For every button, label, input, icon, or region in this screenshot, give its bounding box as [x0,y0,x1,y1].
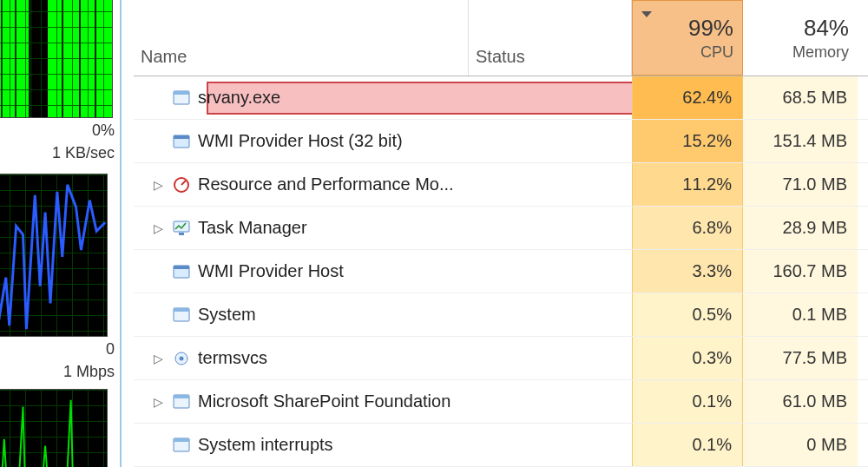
memory-cell: 68.5 MB [743,76,858,119]
status-header-label: Status [476,47,525,67]
process-row[interactable]: System interrupts0.1%0 MB [134,424,868,467]
cpu-total-value: 99% [688,15,733,42]
svg-rect-17 [174,438,189,442]
process-name-cell: ▷Microsoft SharePoint Foundation [134,391,632,411]
cpu-cell: 0.5% [632,293,743,336]
mem-header-label: Memory [792,43,849,62]
memory-cell: 61.0 MB [743,380,858,423]
column-header-status[interactable]: Status [469,0,632,76]
memory-cell: 160.7 MB [743,250,858,293]
meter-icon [172,175,191,194]
mbps-label: 1 Mbps [63,363,115,381]
expand-icon[interactable]: ▷ [151,395,165,409]
process-name-label: srvany.exe [198,88,280,108]
memory-cell: 0.1 MB [743,293,858,336]
cpu-cell: 62.4% [632,76,743,119]
svg-rect-7 [179,233,184,235]
svg-rect-9 [174,266,189,269]
process-name-cell: WMI Provider Host (32 bit) [134,131,632,151]
svg-rect-15 [174,395,189,398]
process-icon [172,392,191,411]
process-name-cell: WMI Provider Host [134,261,632,281]
performance-sidebar: 0% 1 KB/sec 0 1 Mbps [0,0,122,467]
svg-rect-6 [174,221,189,232]
cog-icon [172,349,191,368]
gear-icon [172,262,191,281]
window-icon [172,436,191,455]
monitor-icon [172,219,191,238]
process-name-label: termsvcs [198,348,267,368]
expand-icon[interactable]: ▷ [151,352,165,365]
cpu-cell: 0.1% [632,380,743,423]
process-row[interactable]: System0.5%0.1 MB [134,293,868,337]
svg-rect-1 [174,91,189,95]
net-zero-label: 0 [106,340,115,358]
process-icon [172,219,191,238]
process-icon [172,349,191,368]
process-row[interactable]: ▷termsvcs0.3%77.5 MB [134,337,868,380]
process-name-cell: ▷termsvcs [134,348,632,368]
column-header-cpu[interactable]: 99% CPU [632,0,743,76]
gear-icon [172,132,191,151]
process-name-label: Resource and Performance Mo... [198,174,454,194]
window-icon [172,306,191,325]
process-table: Name Status 99% CPU 84% Memory srvany.ex… [134,0,868,467]
memory-cell: 151.4 MB [743,120,858,162]
kb-sec-label: 1 KB/sec [52,144,115,162]
process-name-label: System [198,305,256,325]
memory-cell: 0 MB [743,424,858,466]
cpu-mini-graph[interactable] [0,0,113,118]
process-row[interactable]: WMI Provider Host (32 bit)15.2%151.4 MB [134,120,868,163]
expand-icon[interactable]: ▷ [151,221,165,235]
name-header-label: Name [141,47,187,67]
process-icon [172,436,191,455]
process-icon [172,89,191,108]
process-name-cell: System [134,305,632,325]
process-row[interactable]: ▷Microsoft SharePoint Foundation0.1%61.0… [134,380,868,424]
cpu-percent-label: 0% [92,122,115,140]
cpu-cell: 11.2% [632,163,743,206]
svg-rect-11 [174,308,189,312]
column-header-name[interactable]: Name [134,0,469,76]
process-row[interactable]: ▷Task Manager6.8%28.9 MB [134,207,868,250]
cpu-cell: 15.2% [632,120,743,162]
cpu-cell: 0.1% [632,424,743,466]
process-name-label: Task Manager [198,218,307,238]
memory-cell: 77.5 MB [743,337,858,379]
process-name-label: WMI Provider Host (32 bit) [198,131,403,151]
cpu-header-label: CPU [700,43,733,62]
svg-rect-3 [174,135,189,139]
process-icon [172,175,191,194]
cpu-cell: 6.8% [632,207,743,249]
column-header-memory[interactable]: 84% Memory [743,0,858,76]
mem-total-value: 84% [804,15,849,42]
network-mini-graph[interactable] [0,174,108,337]
process-name-cell: ▷Task Manager [134,218,632,238]
process-name-label: WMI Provider Host [198,261,344,281]
window-icon [172,392,191,411]
process-row[interactable]: WMI Provider Host3.3%160.7 MB [134,250,868,293]
sort-desc-icon [641,11,652,17]
process-name-cell: System interrupts [134,435,632,455]
process-icon [172,132,191,151]
svg-point-13 [180,356,184,360]
process-row[interactable]: ▷Resource and Performance Mo...11.2%71.0… [134,163,868,207]
disk-mini-graph[interactable] [0,389,108,467]
process-icon [172,262,191,281]
process-row[interactable]: srvany.exe62.4%68.5 MB [134,76,868,120]
cpu-cell: 3.3% [632,250,743,293]
process-name-cell: srvany.exe [134,88,632,108]
expand-icon[interactable]: ▷ [151,178,165,192]
memory-cell: 28.9 MB [743,207,858,249]
memory-cell: 71.0 MB [743,163,858,206]
process-icon [172,306,191,325]
process-name-label: System interrupts [198,435,333,455]
window-icon [172,89,191,108]
cpu-cell: 0.3% [632,337,743,379]
process-name-label: Microsoft SharePoint Foundation [198,391,450,411]
process-name-cell: ▷Resource and Performance Mo... [134,174,632,194]
